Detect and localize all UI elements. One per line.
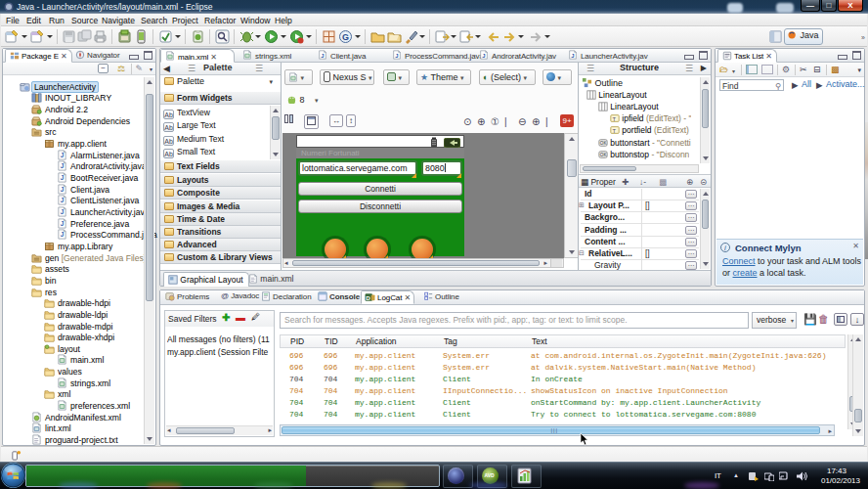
svg-text:G: G	[342, 32, 349, 42]
svg-text:OK: OK	[600, 153, 607, 157]
svg-text:OK: OK	[600, 141, 607, 146]
svg-text:T: T	[613, 116, 617, 122]
svg-text:T: T	[613, 128, 617, 134]
svg-text:D: D	[366, 294, 370, 301]
